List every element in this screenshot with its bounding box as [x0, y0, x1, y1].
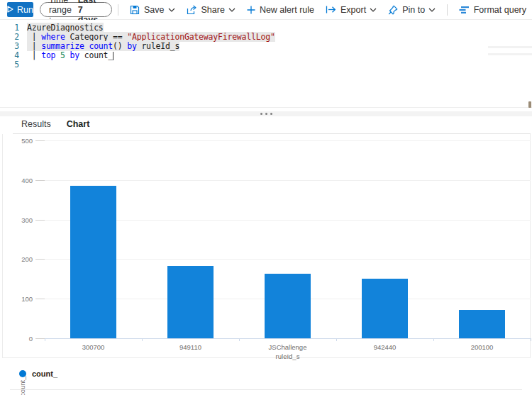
x-axis-category-label: JSChallenge: [239, 343, 336, 351]
x-axis-line: [45, 338, 531, 339]
minimap-mark: [488, 46, 532, 48]
bottom-divider: [10, 389, 522, 390]
x-axis-tick: [531, 338, 531, 341]
share-button-label: Share: [201, 5, 225, 15]
gridline: [45, 180, 531, 181]
export-icon: [326, 6, 336, 13]
x-axis-category-label: 300700: [45, 343, 142, 351]
save-button[interactable]: Save: [124, 1, 181, 18]
time-range-picker[interactable]: Time range : Last 7 days: [40, 2, 113, 17]
legend-item-count[interactable]: count_: [19, 369, 57, 378]
drag-dot: [270, 113, 272, 115]
chart-plot: 0100200300400500300700949110JSChallenge9…: [3, 134, 530, 357]
chart-bar[interactable]: [265, 274, 311, 338]
y-axis-title: count_: [18, 376, 26, 395]
drag-dot: [260, 113, 262, 115]
editor-scrollbar[interactable]: [528, 101, 531, 108]
chart-bar[interactable]: [362, 279, 408, 338]
minimap-mark: [488, 53, 532, 55]
y-axis-tick-label: 100: [9, 295, 33, 303]
toolbar-divider: [447, 4, 448, 16]
chevron-down-icon: [428, 8, 436, 12]
drag-dot: [265, 113, 267, 115]
log-analytics-query-window: Run Time range : Last 7 days Save Share: [0, 0, 532, 395]
chart-area: 0100200300400500300700949110JSChallenge9…: [2, 134, 531, 358]
y-axis-tick: [35, 140, 45, 141]
chart-bar[interactable]: [167, 266, 214, 338]
line-number: 5: [0, 60, 19, 69]
pin-icon: [388, 5, 398, 15]
format-lines-icon: [459, 6, 470, 14]
share-button[interactable]: Share: [181, 1, 241, 18]
format-query-label: Format query: [474, 5, 526, 15]
y-axis-tick: [35, 338, 45, 339]
gridline: [45, 220, 531, 221]
new-alert-rule-button[interactable]: New alert rule: [241, 1, 320, 18]
y-axis-tick: [35, 299, 45, 299]
save-icon: [130, 5, 140, 15]
y-axis-tick: [35, 259, 45, 260]
x-axis-title: ruleId_s: [45, 352, 531, 360]
toolbar-divider: [118, 4, 118, 16]
y-axis-tick-label: 300: [9, 216, 33, 223]
legend-marker-icon: [19, 370, 26, 377]
plus-icon: [247, 6, 255, 14]
query-text-line-4: | top 5 by count_: [27, 51, 113, 60]
export-button-label: Export: [340, 5, 366, 15]
export-button[interactable]: Export: [320, 1, 382, 18]
pin-to-button[interactable]: Pin to: [382, 1, 441, 18]
run-button-label: Run: [17, 5, 33, 15]
play-icon: [7, 5, 13, 15]
y-axis-tick-label: 400: [9, 176, 33, 184]
chart-bar[interactable]: [70, 186, 116, 338]
chevron-down-icon: [228, 8, 235, 12]
gridline: [45, 259, 531, 260]
legend-label: count_: [32, 369, 57, 378]
gridline: [45, 140, 531, 141]
save-button-label: Save: [144, 5, 165, 15]
chart-bar[interactable]: [459, 310, 505, 338]
text-cursor: [113, 52, 113, 60]
panel-resize-handle[interactable]: [0, 111, 532, 116]
pin-to-button-label: Pin to: [402, 5, 425, 15]
x-axis-category-label: 200100: [433, 343, 531, 351]
chevron-down-icon: [370, 8, 377, 12]
y-axis-tick-label: 500: [9, 137, 33, 145]
new-alert-rule-label: New alert rule: [260, 5, 314, 15]
query-toolbar: Run Time range : Last 7 days Save Share: [0, 0, 532, 20]
chevron-down-icon: [168, 8, 175, 12]
format-query-button[interactable]: Format query: [453, 1, 532, 18]
x-axis-category-label: 949110: [142, 343, 239, 351]
editor-line: 5: [0, 60, 532, 69]
x-axis-category-label: 942440: [336, 343, 433, 351]
run-button[interactable]: Run: [7, 2, 33, 17]
query-editor[interactable]: 1 AzureDiagnostics 2 | where Category ==…: [0, 20, 532, 108]
y-axis-tick: [35, 220, 45, 221]
share-icon: [187, 5, 197, 15]
y-axis-tick-label: 0: [9, 335, 33, 343]
y-axis-tick-label: 200: [9, 255, 33, 263]
y-axis-tick: [35, 180, 45, 181]
editor-line: 4 | top 5 by count_: [0, 51, 532, 60]
